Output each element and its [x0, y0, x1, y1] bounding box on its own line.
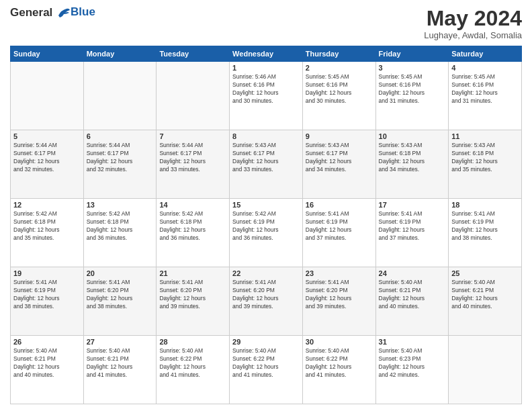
day-number-27: 27	[87, 338, 154, 346]
calendar-table: Sunday Monday Tuesday Wednesday Thursday…	[10, 46, 522, 404]
week-row-3: 19Sunrise: 5:41 AM Sunset: 6:19 PM Dayli…	[11, 267, 522, 336]
day-info-2: Sunrise: 5:45 AM Sunset: 6:16 PM Dayligh…	[306, 73, 373, 105]
day-cell-0-3: 1Sunrise: 5:46 AM Sunset: 6:16 PM Daylig…	[230, 62, 303, 130]
week-row-4: 26Sunrise: 5:40 AM Sunset: 6:21 PM Dayli…	[11, 336, 522, 404]
day-info-6: Sunrise: 5:44 AM Sunset: 6:17 PM Dayligh…	[87, 142, 154, 174]
day-number-23: 23	[306, 269, 373, 277]
day-number-19: 19	[13, 269, 81, 277]
day-number-7: 7	[159, 132, 226, 140]
day-number-16: 16	[306, 201, 373, 209]
day-info-26: Sunrise: 5:40 AM Sunset: 6:21 PM Dayligh…	[13, 347, 81, 379]
location: Lughaye, Awdal, Somalia	[424, 30, 522, 40]
day-number-8: 8	[232, 132, 300, 140]
day-number-29: 29	[232, 338, 300, 346]
day-info-22: Sunrise: 5:41 AM Sunset: 6:20 PM Dayligh…	[232, 279, 300, 311]
day-cell-0-2	[157, 62, 230, 130]
day-cell-4-5: 31Sunrise: 5:40 AM Sunset: 6:23 PM Dayli…	[375, 336, 449, 404]
day-cell-2-1: 13Sunrise: 5:42 AM Sunset: 6:18 PM Dayli…	[83, 199, 157, 267]
day-number-25: 25	[451, 269, 519, 277]
day-info-15: Sunrise: 5:42 AM Sunset: 6:19 PM Dayligh…	[232, 210, 300, 242]
week-row-1: 5Sunrise: 5:44 AM Sunset: 6:17 PM Daylig…	[11, 130, 522, 199]
day-number-10: 10	[379, 132, 446, 140]
day-number-14: 14	[159, 201, 226, 209]
day-info-17: Sunrise: 5:41 AM Sunset: 6:19 PM Dayligh…	[379, 210, 446, 242]
day-info-18: Sunrise: 5:41 AM Sunset: 6:19 PM Dayligh…	[451, 210, 519, 242]
day-info-16: Sunrise: 5:41 AM Sunset: 6:19 PM Dayligh…	[306, 210, 373, 242]
day-cell-1-5: 10Sunrise: 5:43 AM Sunset: 6:18 PM Dayli…	[375, 130, 449, 199]
day-cell-1-6: 11Sunrise: 5:43 AM Sunset: 6:18 PM Dayli…	[449, 130, 522, 199]
day-number-17: 17	[379, 201, 446, 209]
weekday-header-row: Sunday Monday Tuesday Wednesday Thursday…	[11, 46, 522, 62]
day-cell-4-4: 30Sunrise: 5:40 AM Sunset: 6:22 PM Dayli…	[302, 336, 375, 404]
day-info-12: Sunrise: 5:42 AM Sunset: 6:18 PM Dayligh…	[13, 210, 81, 242]
day-info-9: Sunrise: 5:43 AM Sunset: 6:17 PM Dayligh…	[306, 142, 373, 174]
header-tuesday: Tuesday	[157, 46, 230, 62]
day-number-20: 20	[87, 269, 154, 277]
header-thursday: Thursday	[302, 46, 375, 62]
day-number-13: 13	[87, 201, 154, 209]
day-number-22: 22	[232, 269, 300, 277]
day-number-24: 24	[379, 269, 446, 277]
week-row-2: 12Sunrise: 5:42 AM Sunset: 6:18 PM Dayli…	[11, 199, 522, 267]
day-info-31: Sunrise: 5:40 AM Sunset: 6:23 PM Dayligh…	[379, 347, 446, 379]
day-cell-3-1: 20Sunrise: 5:41 AM Sunset: 6:20 PM Dayli…	[83, 267, 157, 336]
day-number-4: 4	[451, 64, 519, 72]
day-cell-2-0: 12Sunrise: 5:42 AM Sunset: 6:18 PM Dayli…	[11, 199, 84, 267]
day-info-29: Sunrise: 5:40 AM Sunset: 6:22 PM Dayligh…	[232, 347, 300, 379]
day-cell-1-1: 6Sunrise: 5:44 AM Sunset: 6:17 PM Daylig…	[83, 130, 157, 199]
logo-general: General	[10, 6, 52, 19]
day-info-19: Sunrise: 5:41 AM Sunset: 6:19 PM Dayligh…	[13, 279, 81, 311]
day-cell-3-4: 23Sunrise: 5:41 AM Sunset: 6:20 PM Dayli…	[302, 267, 375, 336]
day-cell-0-0	[11, 62, 84, 130]
day-cell-3-2: 21Sunrise: 5:41 AM Sunset: 6:20 PM Dayli…	[157, 267, 230, 336]
day-cell-3-3: 22Sunrise: 5:41 AM Sunset: 6:20 PM Dayli…	[230, 267, 303, 336]
logo: General Blue	[10, 7, 95, 19]
day-number-6: 6	[87, 132, 154, 140]
page: General Blue May 2024 Lughaye, Awdal, So…	[0, 0, 532, 411]
day-info-7: Sunrise: 5:44 AM Sunset: 6:17 PM Dayligh…	[159, 142, 226, 174]
day-info-3: Sunrise: 5:45 AM Sunset: 6:16 PM Dayligh…	[379, 73, 446, 105]
logo-bird-icon	[57, 7, 71, 19]
day-number-28: 28	[159, 338, 226, 346]
day-info-21: Sunrise: 5:41 AM Sunset: 6:20 PM Dayligh…	[159, 279, 226, 311]
day-info-1: Sunrise: 5:46 AM Sunset: 6:16 PM Dayligh…	[232, 73, 300, 105]
day-cell-2-2: 14Sunrise: 5:42 AM Sunset: 6:18 PM Dayli…	[157, 199, 230, 267]
day-cell-1-4: 9Sunrise: 5:43 AM Sunset: 6:17 PM Daylig…	[302, 130, 375, 199]
day-number-5: 5	[13, 132, 81, 140]
day-info-28: Sunrise: 5:40 AM Sunset: 6:22 PM Dayligh…	[159, 347, 226, 379]
week-row-0: 1Sunrise: 5:46 AM Sunset: 6:16 PM Daylig…	[11, 62, 522, 130]
day-number-2: 2	[306, 64, 373, 72]
day-number-1: 1	[232, 64, 300, 72]
logo-blue: Blue	[71, 5, 95, 18]
day-number-11: 11	[451, 132, 519, 140]
day-cell-4-2: 28Sunrise: 5:40 AM Sunset: 6:22 PM Dayli…	[157, 336, 230, 404]
day-info-23: Sunrise: 5:41 AM Sunset: 6:20 PM Dayligh…	[306, 279, 373, 311]
day-number-15: 15	[232, 201, 300, 209]
day-cell-2-3: 15Sunrise: 5:42 AM Sunset: 6:19 PM Dayli…	[230, 199, 303, 267]
day-info-4: Sunrise: 5:45 AM Sunset: 6:16 PM Dayligh…	[451, 73, 519, 105]
day-info-30: Sunrise: 5:40 AM Sunset: 6:22 PM Dayligh…	[306, 347, 373, 379]
header-friday: Friday	[375, 46, 449, 62]
day-number-21: 21	[159, 269, 226, 277]
day-cell-2-6: 18Sunrise: 5:41 AM Sunset: 6:19 PM Dayli…	[449, 199, 522, 267]
header-wednesday: Wednesday	[230, 46, 303, 62]
day-cell-4-1: 27Sunrise: 5:40 AM Sunset: 6:21 PM Dayli…	[83, 336, 157, 404]
day-info-13: Sunrise: 5:42 AM Sunset: 6:18 PM Dayligh…	[87, 210, 154, 242]
month-title: May 2024	[424, 7, 522, 30]
day-cell-2-5: 17Sunrise: 5:41 AM Sunset: 6:19 PM Dayli…	[375, 199, 449, 267]
title-block: May 2024 Lughaye, Awdal, Somalia	[424, 7, 522, 40]
day-cell-1-3: 8Sunrise: 5:43 AM Sunset: 6:17 PM Daylig…	[230, 130, 303, 199]
day-cell-4-0: 26Sunrise: 5:40 AM Sunset: 6:21 PM Dayli…	[11, 336, 84, 404]
day-cell-3-5: 24Sunrise: 5:40 AM Sunset: 6:21 PM Dayli…	[375, 267, 449, 336]
day-cell-1-0: 5Sunrise: 5:44 AM Sunset: 6:17 PM Daylig…	[11, 130, 84, 199]
day-cell-3-0: 19Sunrise: 5:41 AM Sunset: 6:19 PM Dayli…	[11, 267, 84, 336]
day-cell-0-5: 3Sunrise: 5:45 AM Sunset: 6:16 PM Daylig…	[375, 62, 449, 130]
day-number-31: 31	[379, 338, 446, 346]
day-info-5: Sunrise: 5:44 AM Sunset: 6:17 PM Dayligh…	[13, 142, 81, 174]
day-cell-4-6	[449, 336, 522, 404]
day-cell-2-4: 16Sunrise: 5:41 AM Sunset: 6:19 PM Dayli…	[302, 199, 375, 267]
logo-block: General Blue	[10, 7, 95, 19]
day-cell-3-6: 25Sunrise: 5:40 AM Sunset: 6:21 PM Dayli…	[449, 267, 522, 336]
day-cell-0-6: 4Sunrise: 5:45 AM Sunset: 6:16 PM Daylig…	[449, 62, 522, 130]
day-info-8: Sunrise: 5:43 AM Sunset: 6:17 PM Dayligh…	[232, 142, 300, 174]
